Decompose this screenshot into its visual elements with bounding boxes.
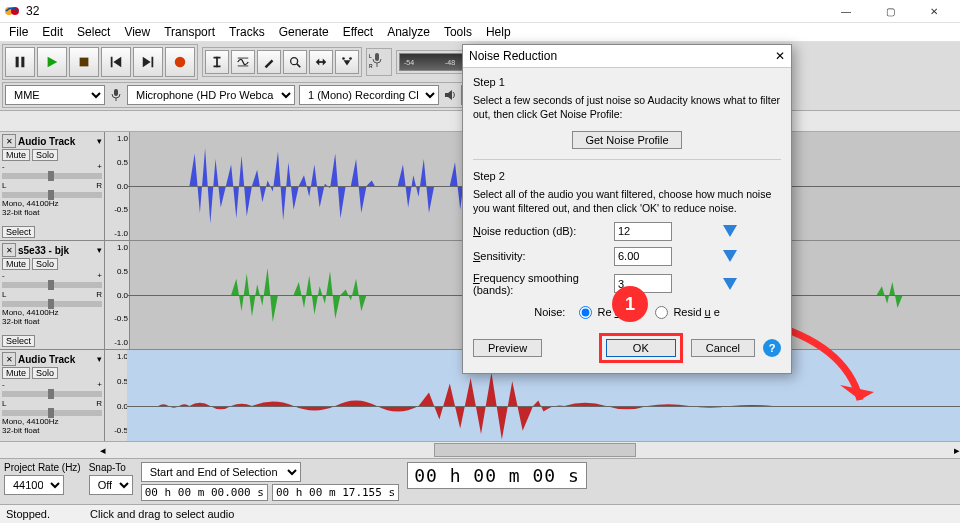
solo-button[interactable]: Solo (32, 367, 58, 379)
menu-view[interactable]: View (117, 25, 157, 39)
sensitivity-input[interactable] (614, 247, 672, 266)
project-rate-select[interactable]: 44100 (4, 475, 64, 495)
track-select-button[interactable]: Select (2, 335, 35, 347)
sensitivity-label: Sensitivity: (473, 250, 608, 262)
noise-reduction-slider[interactable] (723, 225, 737, 237)
play-button[interactable] (37, 47, 67, 77)
horizontal-scrollbar[interactable]: ◂ ▸ (0, 441, 960, 458)
minimize-button[interactable]: — (824, 0, 868, 22)
help-icon[interactable]: ? (763, 339, 781, 357)
track-format-info: Mono, 44100Hz32-bit float (2, 309, 102, 327)
audio-position-field[interactable]: 00 h 00 m 00 s (407, 462, 587, 489)
selection-start-field[interactable]: 00 h 00 m 00.000 s (141, 484, 268, 501)
multi-tool[interactable] (335, 50, 359, 74)
menu-analyze[interactable]: Analyze (380, 25, 437, 39)
track-close-icon[interactable]: ✕ (2, 352, 16, 366)
selection-format-select[interactable]: Start and End of Selection (141, 462, 301, 482)
skip-end-button[interactable] (133, 47, 163, 77)
svg-marker-30 (445, 90, 452, 100)
track-name[interactable]: Audio Track (18, 136, 95, 147)
title-bar: 32 — ▢ ✕ (0, 0, 960, 23)
draw-tool[interactable] (257, 50, 281, 74)
menu-help[interactable]: Help (479, 25, 518, 39)
ok-button-highlight: OK (599, 333, 683, 363)
recording-device-select[interactable]: Microphone (HD Pro Webcam C920) (127, 85, 295, 105)
track-select-button[interactable]: Select (2, 226, 35, 238)
mute-button[interactable]: Mute (2, 258, 30, 270)
mute-button[interactable]: Mute (2, 367, 30, 379)
tools-toolbar (202, 47, 362, 77)
maximize-button[interactable]: ▢ (868, 0, 912, 22)
pan-slider[interactable] (2, 192, 102, 198)
track-name[interactable]: Audio Track (18, 354, 95, 365)
ok-button[interactable]: OK (606, 339, 676, 357)
solo-button[interactable]: Solo (32, 258, 58, 270)
track-format-info: Mono, 44100Hz32-bit float (2, 200, 102, 218)
pan-slider[interactable] (2, 410, 102, 416)
menu-effect[interactable]: Effect (336, 25, 380, 39)
status-hint: Click and drag to select audio (90, 508, 234, 520)
window-title: 32 (26, 4, 824, 18)
track-name[interactable]: s5e33 - bjk (18, 245, 95, 256)
record-button[interactable] (165, 47, 195, 77)
frequency-smoothing-label: Frequency smoothing (bands): (473, 272, 608, 296)
track-control-panel[interactable]: ✕s5e33 - bjk▾ MuteSolo -+ LR Mono, 44100… (0, 241, 105, 349)
scrollbar-thumb[interactable] (434, 443, 636, 457)
menu-file[interactable]: File (2, 25, 35, 39)
step2-description: Select all of the audio you want filtere… (473, 188, 781, 215)
menu-transport[interactable]: Transport (157, 25, 222, 39)
track-menu-icon[interactable]: ▾ (97, 136, 102, 146)
close-button[interactable]: ✕ (912, 0, 956, 22)
recording-channels-select[interactable]: 1 (Mono) Recording Chann (299, 85, 439, 105)
solo-button[interactable]: Solo (32, 149, 58, 161)
svg-rect-3 (21, 57, 24, 68)
pause-button[interactable] (5, 47, 35, 77)
gain-slider[interactable] (2, 173, 102, 179)
gain-slider[interactable] (2, 391, 102, 397)
cancel-button[interactable]: Cancel (691, 339, 755, 357)
audio-host-select[interactable]: MME (5, 85, 105, 105)
noise-reduction-input[interactable] (614, 222, 672, 241)
preview-button[interactable]: Preview (473, 339, 542, 357)
menu-tools[interactable]: Tools (437, 25, 479, 39)
svg-point-22 (342, 57, 345, 60)
track-menu-icon[interactable]: ▾ (97, 245, 102, 255)
sensitivity-slider[interactable] (723, 250, 737, 262)
gain-slider[interactable] (2, 282, 102, 288)
track-menu-icon[interactable]: ▾ (97, 354, 102, 364)
menu-select[interactable]: Select (70, 25, 117, 39)
selection-end-field[interactable]: 00 h 00 m 17.155 s (272, 484, 399, 501)
selection-toolbar: Project Rate (Hz) 44100 Snap-To Off Star… (0, 458, 960, 504)
mute-button[interactable]: Mute (2, 149, 30, 161)
menu-generate[interactable]: Generate (272, 25, 336, 39)
step1-description: Select a few seconds of just noise so Au… (473, 94, 781, 121)
skip-start-button[interactable] (101, 47, 131, 77)
device-toolbar: MME Microphone (HD Pro Webcam C920) 1 (M… (2, 82, 504, 108)
track-close-icon[interactable]: ✕ (2, 134, 16, 148)
app-icon (4, 3, 20, 19)
track-close-icon[interactable]: ✕ (2, 243, 16, 257)
rec-meter-icon-group: LR (366, 48, 392, 76)
svg-rect-9 (152, 57, 154, 68)
frequency-smoothing-slider[interactable] (723, 278, 737, 290)
menu-tracks[interactable]: Tracks (222, 25, 272, 39)
zoom-tool[interactable] (283, 50, 307, 74)
selection-tool[interactable] (205, 50, 229, 74)
svg-rect-13 (214, 66, 221, 68)
microphone-icon: LR (369, 51, 385, 73)
svg-point-23 (349, 57, 352, 60)
track-format-info: Mono, 44100Hz32-bit float (2, 418, 102, 436)
snap-to-select[interactable]: Off (89, 475, 133, 495)
track-control-panel[interactable]: ✕Audio Track▾ MuteSolo -+ LR Mono, 44100… (0, 350, 105, 441)
menu-edit[interactable]: Edit (35, 25, 70, 39)
residue-radio[interactable]: Residue (655, 306, 719, 319)
stop-button[interactable] (69, 47, 99, 77)
envelope-tool[interactable] (231, 50, 255, 74)
timeshift-tool[interactable] (309, 50, 333, 74)
track-control-panel[interactable]: ✕Audio Track▾ MuteSolo -+ LR Mono, 44100… (0, 132, 105, 240)
get-noise-profile-button[interactable]: Get Noise Profile (572, 131, 681, 149)
pan-slider[interactable] (2, 301, 102, 307)
dialog-title-bar[interactable]: Noise Reduction ✕ (463, 45, 791, 68)
dialog-close-icon[interactable]: ✕ (775, 49, 785, 63)
project-rate-label: Project Rate (Hz) (4, 462, 81, 473)
